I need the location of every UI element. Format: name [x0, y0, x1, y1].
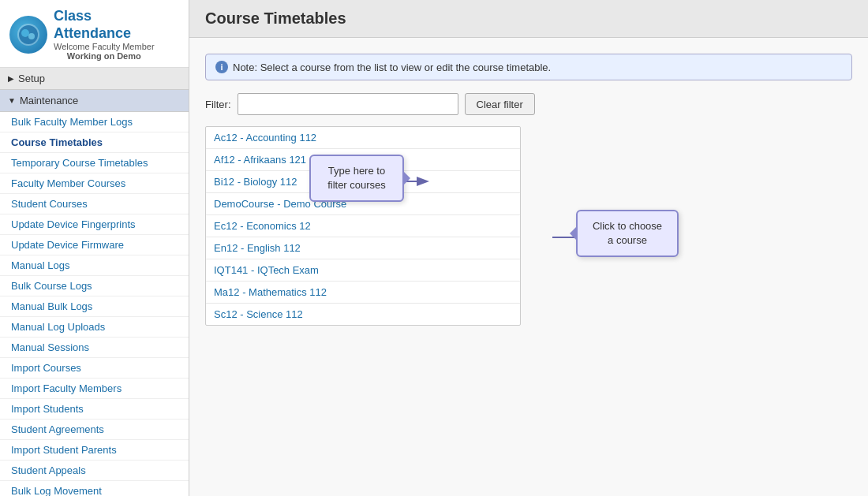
sidebar-item-update-device-firmware[interactable]: Update Device Firmware — [0, 235, 189, 255]
note-box: i Note: Select a course from the list to… — [205, 54, 852, 80]
filter-tooltip: Type here to filter courses — [309, 155, 404, 202]
info-icon: i — [215, 61, 228, 73]
sidebar-item-bulk-course-logs[interactable]: Bulk Course Logs — [0, 276, 189, 296]
sidebar-item-course-timetables[interactable]: Course Timetables — [0, 132, 189, 153]
page-title: Course Timetables — [205, 9, 852, 28]
course-item-ec12[interactable]: Ec12 - Economics 12 — [206, 215, 520, 237]
filter-row: Filter: Clear filter — [205, 93, 852, 115]
sidebar-item-update-device-fingerprints[interactable]: Update Device Fingerprints — [0, 214, 189, 235]
course-tooltip: Click to choose a course — [576, 210, 679, 257]
clear-filter-button[interactable]: Clear filter — [465, 93, 535, 115]
sidebar-item-bulk-faculty-logs[interactable]: Bulk Faculty Member Logs — [0, 112, 189, 132]
page-header: Course Timetables — [189, 0, 868, 38]
sidebar-item-manual-logs[interactable]: Manual Logs — [0, 255, 189, 276]
setup-label: Setup — [18, 73, 45, 84]
app-title-line1: Class — [54, 8, 155, 25]
app-subtitle-line1: Welcome Faculty Member — [54, 42, 155, 51]
course-item-sc12[interactable]: Sc12 - Science 112 — [206, 304, 520, 325]
sidebar: Class Attendance Welcome Faculty Member … — [0, 0, 189, 496]
filter-label: Filter: — [205, 99, 231, 110]
app-title-block: Class Attendance Welcome Faculty Member … — [54, 8, 155, 61]
app-subtitle-line2: Working on Demo — [54, 51, 155, 61]
app-logo — [9, 16, 47, 54]
setup-section-header[interactable]: ▶ Setup — [0, 68, 189, 90]
sidebar-nav: ▶ Setup ▼ Maintenance Bulk Faculty Membe… — [0, 68, 189, 496]
course-item-ac12[interactable]: Ac12 - Accounting 112 — [206, 127, 520, 149]
sidebar-item-manual-sessions[interactable]: Manual Sessions — [0, 338, 189, 358]
sidebar-item-faculty-member-courses[interactable]: Faculty Member Courses — [0, 173, 189, 194]
svg-point-2 — [28, 33, 35, 39]
page-content-area: i Note: Select a course from the list to… — [189, 38, 868, 496]
course-item-en12[interactable]: En12 - English 112 — [206, 237, 520, 259]
course-item-ma12[interactable]: Ma12 - Mathematics 112 — [206, 282, 520, 304]
sidebar-item-manual-bulk-logs[interactable]: Manual Bulk Logs — [0, 296, 189, 317]
logo-text — [17, 24, 39, 46]
note-text: Note: Select a course from the list to v… — [233, 62, 551, 73]
main-content: Course Timetables i Note: Select a cours… — [189, 0, 868, 496]
sidebar-item-student-courses[interactable]: Student Courses — [0, 194, 189, 214]
course-item-iqt141[interactable]: IQT141 - IQTech Exam — [206, 259, 520, 282]
maintenance-section-header[interactable]: ▼ Maintenance — [0, 90, 189, 112]
sidebar-item-temp-course-timetables[interactable]: Temporary Course Timetables — [0, 153, 189, 173]
sidebar-item-bulk-log-movement[interactable]: Bulk Log Movement — [0, 481, 189, 496]
sidebar-item-import-faculty-members[interactable]: Import Faculty Members — [0, 379, 189, 399]
sidebar-header: Class Attendance Welcome Faculty Member … — [0, 0, 189, 68]
nav-items-container: Bulk Faculty Member LogsCourse Timetable… — [0, 112, 189, 496]
svg-point-1 — [21, 29, 29, 37]
maintenance-label: Maintenance — [20, 95, 78, 106]
sidebar-item-import-students[interactable]: Import Students — [0, 399, 189, 420]
sidebar-item-student-agreements[interactable]: Student Agreements — [0, 420, 189, 440]
setup-arrow-icon: ▶ — [8, 74, 14, 83]
sidebar-item-import-student-parents[interactable]: Import Student Parents — [0, 440, 189, 461]
filter-input[interactable] — [238, 93, 458, 115]
sidebar-item-import-courses[interactable]: Import Courses — [0, 358, 189, 379]
sidebar-item-student-appeals[interactable]: Student Appeals — [0, 461, 189, 481]
app-title-line2: Attendance — [54, 25, 155, 43]
maintenance-arrow-icon: ▼ — [8, 96, 16, 105]
sidebar-item-manual-log-uploads[interactable]: Manual Log Uploads — [0, 317, 189, 338]
